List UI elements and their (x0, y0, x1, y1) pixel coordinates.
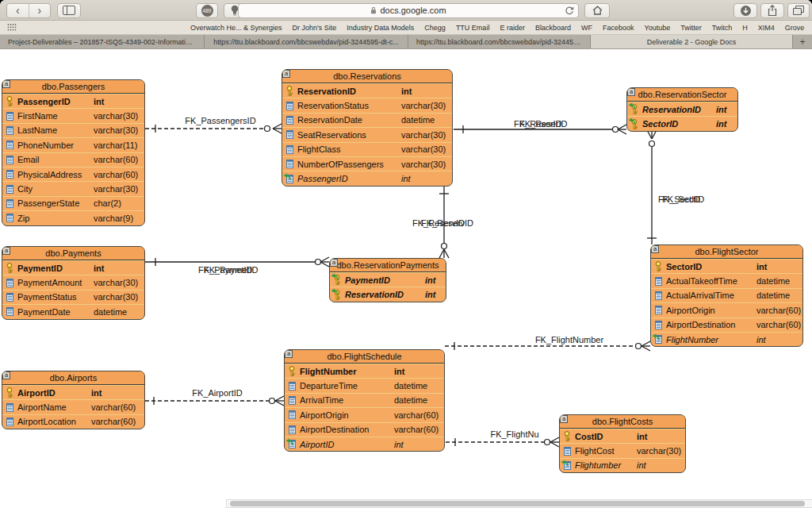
column-type: int (94, 97, 104, 106)
primary-key-icon (2, 387, 17, 398)
column-row: Cityvarchar(30) (2, 181, 144, 195)
column-type: varchar(60) (394, 410, 439, 420)
column-icon (651, 321, 665, 329)
column-name: AirportOrigin (666, 306, 715, 315)
bookmark-item[interactable]: TTU Email (456, 24, 490, 32)
bookmark-item[interactable]: Twitch (712, 24, 733, 32)
table-title: dbo.Payments (2, 247, 144, 260)
column-icon (2, 418, 17, 426)
column-name: AirportLocation (17, 417, 76, 426)
bookmark-item[interactable]: Grove (785, 24, 805, 32)
column-type: int (756, 335, 766, 344)
horizontal-scrollbar[interactable] (226, 499, 812, 508)
erd-table-passengers[interactable]: adbo.PassengersPassengerIDintFirstNameva… (2, 79, 145, 226)
column-name: AirportDestination (300, 425, 369, 434)
column-row: AirportOriginvarchar(60) (285, 407, 444, 421)
bookmark-item[interactable]: WF (581, 24, 592, 32)
refresh-icon[interactable] (565, 6, 574, 16)
home-button[interactable] (584, 3, 610, 18)
column-row: ActualTakeoffTimedatetime (651, 273, 802, 287)
column-icon (2, 199, 17, 208)
bookmarks-items: Overwatch He... & SynergiesDr John's Sit… (190, 24, 812, 32)
column-type: int (91, 388, 102, 398)
annotation-badge: a (2, 247, 10, 255)
column-type: varchar(30) (94, 292, 138, 302)
table-title: dbo.FlightCosts (560, 415, 685, 429)
browser-tab[interactable]: Deliverable 2 - Google Docs (591, 35, 793, 48)
column-name: City (17, 184, 33, 194)
browser-tab[interactable]: https://ttu.blackboard.com/bbcswebdav/pi… (205, 35, 408, 48)
erd-table-flightschedule[interactable]: adbo.FlightScheduleFlightNumberintDepart… (284, 349, 445, 452)
erd-table-reservations[interactable]: adbo.ReservationsReservationIDintReserva… (282, 69, 453, 187)
column-type: varchar(30) (401, 101, 446, 110)
bookmark-item[interactable]: H (742, 24, 748, 32)
column-name: PassengerID (297, 174, 348, 183)
column-row: PaymentDatedatetime (2, 304, 144, 318)
annotation-badge: a (2, 80, 10, 88)
erd-table-payments[interactable]: adbo.PaymentsPaymentIDintPaymentAmountva… (2, 246, 145, 320)
column-name: PassengerID (17, 97, 71, 106)
column-type: int (94, 264, 104, 273)
erd-table-reservationpayments[interactable]: adbo.ReservationPaymentsPaymentIDintRese… (329, 258, 446, 302)
column-name: NumberOfPassengers (297, 160, 384, 169)
extension-adblock-button[interactable]: 489 (196, 3, 218, 18)
column-row: ReservationDatedatetime (282, 113, 452, 127)
bookmark-item[interactable]: Blackboard (535, 24, 571, 32)
bookmark-item[interactable]: Facebook (603, 24, 634, 32)
column-name: FirstName (17, 111, 58, 121)
scrollbar-thumb[interactable] (230, 501, 805, 506)
bookmark-item[interactable]: Chegg (424, 24, 446, 32)
tab-title: Project-Deliverables – 201857-ISQS-4349-… (0, 38, 204, 46)
column-icon (282, 130, 297, 139)
bookmark-item[interactable]: E raider (500, 24, 525, 32)
annotation-badge: a (330, 259, 338, 267)
table-title: dbo.ReservationSector (627, 88, 737, 102)
column-row: FlightCostvarchar(30) (560, 443, 685, 457)
back-button[interactable]: ‹ (7, 4, 29, 17)
column-type: varchar(30) (401, 160, 446, 169)
column-name: PaymentDate (17, 307, 71, 317)
bookmark-item[interactable]: Youtube (644, 24, 670, 32)
nav-button-group: ‹ › (6, 3, 51, 18)
bookmark-item[interactable]: Industry Data Models (347, 24, 414, 32)
column-row: AirportIDint (285, 437, 444, 451)
table-title: dbo.Reservations (282, 70, 452, 83)
column-name: LastName (17, 125, 57, 135)
primary-key-icon (2, 263, 17, 273)
column-icon (2, 156, 17, 164)
erd-table-reservationsector[interactable]: adbo.ReservationSectorReservationIDintSe… (626, 87, 738, 132)
erd-table-airports[interactable]: adbo.AirportsAirportIDintAirportNamevarc… (2, 371, 145, 429)
erd-table-flightsector[interactable]: adbo.FlightSectorSectorIDintActualTakeof… (650, 244, 803, 347)
bookmark-item[interactable]: Twitter (680, 24, 702, 32)
document-canvas: adbo.PassengersPassengerIDintFirstNameva… (0, 49, 812, 508)
relationship-label-fk_flightnumber: FK_FlightNumber (525, 335, 614, 344)
column-type: varchar(30) (94, 184, 138, 194)
bookmark-item[interactable]: Overwatch He... & Synergies (190, 24, 282, 32)
table-title: dbo.Airports (2, 371, 144, 385)
column-icon (2, 140, 17, 149)
tab-overview-button[interactable] (787, 3, 810, 18)
primary-key-icon (651, 261, 665, 271)
column-type: varchar(60) (94, 155, 138, 164)
column-type: varchar(11) (94, 140, 137, 150)
browser-tab[interactable]: Project-Deliverables – 201857-ISQS-4349-… (0, 35, 205, 48)
sidebar-toggle-button[interactable] (57, 3, 81, 18)
column-name: ReservationID (345, 290, 404, 299)
downloads-button[interactable] (733, 3, 757, 18)
column-name: FlightNumber (666, 335, 718, 344)
column-row: ReservationIDint (282, 83, 452, 98)
column-row: NumberOfPassengersvarchar(30) (282, 156, 452, 171)
column-name: Email (17, 155, 40, 164)
address-bar[interactable]: docs.google.com (238, 3, 579, 18)
erd-table-flightcosts[interactable]: adbo.FlightCostsCostIDintFlightCostvarch… (559, 414, 686, 473)
bookmarks-grid-icon[interactable] (7, 23, 17, 32)
share-button[interactable] (760, 3, 784, 18)
browser-toolbar: ‹ › 489 docs.google.com (0, 0, 812, 21)
browser-tab[interactable]: https://ttu.blackboard.com/bbcswebdav/pi… (408, 35, 591, 48)
bookmark-item[interactable]: Dr John's Site (293, 24, 337, 32)
bookmark-item[interactable]: XIM4 (758, 24, 775, 32)
column-icon (2, 307, 17, 316)
forward-button[interactable]: › (29, 4, 51, 17)
new-tab-button[interactable]: + (793, 35, 812, 48)
column-name: ReservationID (642, 105, 701, 114)
